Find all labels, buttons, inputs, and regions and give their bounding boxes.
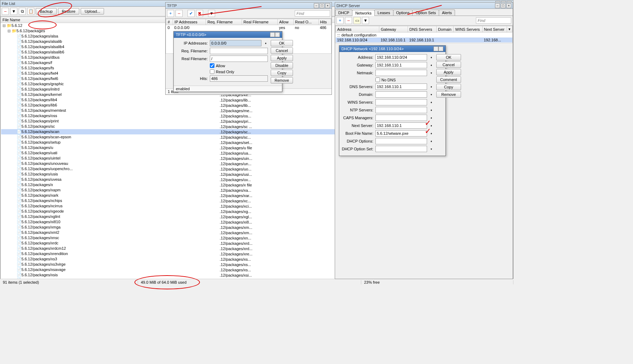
address-input[interactable] [375, 54, 427, 60]
paste-icon[interactable]: 📋 [27, 8, 34, 15]
close-btn[interactable]: × [506, 3, 511, 8]
table-row[interactable]: ::: default configuration [336, 33, 512, 38]
hits-input[interactable] [210, 75, 268, 82]
spin-icon[interactable]: ♦ [429, 101, 433, 104]
apply-button[interactable]: Apply [436, 69, 461, 75]
maximize-btn[interactable]: □ [501, 3, 506, 8]
tab-option-sets[interactable]: Option Sets [412, 10, 439, 16]
column-header[interactable]: Domain [437, 26, 454, 33]
dropdown-icon[interactable]: ▾ [429, 72, 433, 74]
column-header[interactable]: IP Addresses [173, 19, 206, 25]
tab-networks[interactable]: Networks [352, 10, 375, 16]
spin-icon[interactable]: ♦ [429, 64, 433, 67]
dhcp-grid[interactable]: AddressGatewayDNS ServersDomainWINS Serv… [335, 25, 513, 43]
disable-icon[interactable]: ✖ [196, 10, 203, 17]
hits-label: Hits: [176, 76, 208, 81]
tftp-find-input[interactable] [295, 10, 330, 17]
column-header[interactable]: Allow [278, 19, 294, 25]
ok-button[interactable]: OK [271, 40, 293, 46]
remove-button[interactable]: Remove [436, 91, 461, 98]
maximize-btn[interactable]: □ [320, 3, 324, 8]
filter-icon[interactable]: ▼ [10, 8, 17, 15]
comment-button[interactable]: Comment [436, 76, 461, 83]
ntp-label: NTP Servers: [341, 108, 373, 112]
spin-icon[interactable]: ♦ [429, 125, 433, 127]
real-input[interactable] [210, 56, 268, 62]
column-header[interactable]: DNS Servers [408, 26, 437, 33]
ok-button[interactable]: OK [436, 54, 461, 60]
next-input[interactable] [375, 122, 427, 129]
upload-button[interactable]: Upload... [81, 8, 104, 15]
dropdown-icon[interactable]: ▾ [429, 148, 433, 150]
copy-icon[interactable]: ⧉ [19, 8, 26, 15]
column-header[interactable]: Real Filename [242, 19, 278, 25]
spin-icon[interactable]: ♦ [429, 56, 433, 59]
tab-options[interactable]: Options [393, 10, 413, 16]
readonly-checkbox[interactable]: Read Only [210, 69, 242, 74]
filter-icon[interactable]: ▼ [208, 10, 215, 17]
minimize-btn[interactable]: – [314, 3, 319, 8]
table-row[interactable]: 00.0.0.0/0yesno486 [166, 25, 331, 30]
column-header[interactable]: Read O... [293, 19, 318, 25]
allow-checkbox[interactable]: Allow [210, 63, 242, 68]
minimize-btn[interactable]: – [495, 3, 500, 8]
caps-input[interactable] [375, 115, 427, 121]
netmask-input[interactable] [375, 70, 427, 76]
nodns-checkbox[interactable]: No DNS [375, 77, 407, 82]
column-header[interactable]: Address [336, 26, 379, 33]
column-header[interactable]: Hits [318, 19, 331, 25]
domain-input[interactable] [375, 91, 427, 98]
tftp-toolbar: + – ✔ ✖ ▼ [166, 9, 332, 18]
gateway-input[interactable] [375, 62, 427, 68]
enable-icon[interactable]: ✔ [188, 10, 195, 17]
tab-dhcp[interactable]: DHCP [335, 10, 352, 16]
apply-button[interactable]: Apply [271, 55, 293, 61]
column-header[interactable]: Req. Filename [206, 19, 242, 25]
tab-leases[interactable]: Leases [374, 10, 393, 16]
table-row[interactable]: 192.168.110.0/24192.168.110.1192.168.110… [336, 37, 512, 42]
cancel-button[interactable]: Cancel [436, 62, 461, 68]
spin-icon[interactable]: ♦ [429, 140, 433, 143]
wins-input[interactable] [375, 99, 427, 105]
column-header[interactable]: Gateway [379, 26, 408, 33]
close-btn[interactable]: × [438, 46, 443, 51]
remove-icon[interactable]: – [2, 8, 9, 15]
disable-button[interactable]: Disable [271, 62, 293, 69]
req-label: Req. Filename: [176, 49, 208, 53]
comment-icon[interactable]: ▭ [353, 17, 361, 24]
close-btn[interactable]: × [325, 3, 330, 8]
maximize-btn[interactable]: □ [270, 32, 275, 37]
add-icon[interactable]: + [336, 17, 344, 24]
restore-button[interactable]: Restore [58, 8, 80, 15]
boot-input[interactable] [375, 130, 427, 137]
doptset-input[interactable] [375, 146, 427, 152]
tab-alerts[interactable]: Alerts [439, 10, 455, 16]
dhcp-find-input[interactable] [476, 17, 511, 24]
column-header[interactable]: WINS Servers [454, 26, 482, 33]
dns-input[interactable] [375, 83, 427, 90]
remove-icon[interactable]: – [345, 17, 352, 24]
column-header[interactable]: Next Server [482, 26, 507, 33]
copy-button[interactable]: Copy [271, 70, 293, 76]
domain-label: Domain: [341, 92, 373, 97]
dopts-input[interactable] [375, 138, 427, 144]
column-header[interactable]: # [166, 19, 173, 25]
copy-button[interactable]: Copy [436, 84, 461, 90]
spin-icon[interactable]: ♦ [264, 42, 268, 45]
maximize-btn[interactable]: □ [433, 46, 438, 51]
add-icon[interactable]: + [167, 10, 174, 17]
remove-button[interactable]: Remove [271, 77, 293, 83]
spin-icon[interactable]: ♦ [429, 132, 433, 135]
cancel-button[interactable]: Cancel [271, 47, 293, 54]
spin-icon[interactable]: ♦ [429, 117, 433, 119]
remove-icon[interactable]: – [175, 10, 183, 17]
dropdown-icon[interactable]: ▾ [429, 93, 433, 96]
ip-input[interactable] [210, 40, 261, 46]
req-input[interactable] [210, 48, 268, 54]
backup-button[interactable]: Backup [36, 8, 57, 15]
spin-icon[interactable]: ♦ [429, 109, 433, 111]
filter-icon[interactable]: ▼ [362, 17, 369, 24]
spin-icon[interactable]: ♦ [429, 86, 433, 88]
ntp-input[interactable] [375, 107, 427, 113]
close-btn[interactable]: × [275, 32, 280, 37]
